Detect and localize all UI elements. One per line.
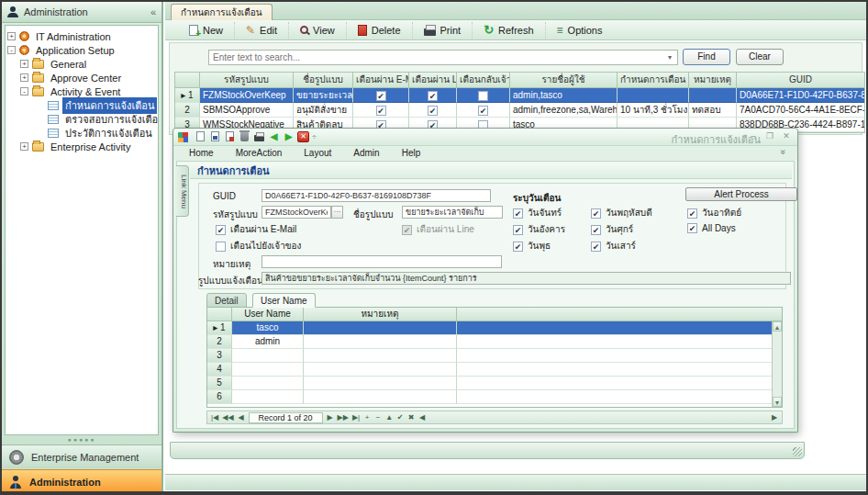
view-button[interactable]: View xyxy=(289,22,347,39)
expander-icon[interactable]: + xyxy=(20,142,28,151)
nav-prev-page-button[interactable]: ◀◀ xyxy=(222,413,233,422)
tree-item-it-administration[interactable]: + IT Administration xyxy=(7,29,156,43)
nav-commit-button[interactable]: ✔ xyxy=(396,413,404,422)
day-tuesday-checkbox[interactable]: ✔ วันอังคาร xyxy=(513,222,565,236)
tab-user-name[interactable]: User Name xyxy=(252,293,316,308)
checkbox[interactable]: ✔ xyxy=(591,242,601,252)
table-row[interactable]: 3 xyxy=(207,349,782,363)
search-input[interactable] xyxy=(208,50,678,65)
save-icon[interactable] xyxy=(209,131,221,142)
minimize-button[interactable]: – xyxy=(747,131,760,141)
delete-record-icon[interactable] xyxy=(239,131,250,142)
expander-icon[interactable]: + xyxy=(20,73,28,82)
checkbox[interactable]: ✔ xyxy=(513,208,523,219)
day-sunday-checkbox[interactable]: ✔ วันอาทิตย์ xyxy=(687,206,741,219)
save-close-icon[interactable] xyxy=(224,131,236,142)
expander-icon[interactable]: + xyxy=(20,60,28,68)
expander-icon[interactable]: + xyxy=(7,32,16,40)
column-header[interactable]: ชื่อรูปแบบ xyxy=(294,73,353,88)
nav-next-page-button[interactable]: ▶▶ xyxy=(338,413,349,422)
note-field[interactable] xyxy=(262,255,502,268)
scroll-down-icon[interactable]: ▼ xyxy=(773,397,782,407)
link-menu-tab[interactable]: Link Menu xyxy=(176,165,189,217)
table-row[interactable]: ▸ 1 FZMStockOverKeep ขยายระยะเวลาจัดเก็บ… xyxy=(175,88,864,103)
checkbox[interactable]: ✔ xyxy=(591,208,601,219)
checkbox[interactable]: ✔ xyxy=(428,91,438,101)
nav-next-button[interactable]: ▶ xyxy=(327,413,334,422)
checkbox[interactable]: ✔ xyxy=(513,242,523,252)
nav-prev-button[interactable]: ◀ xyxy=(238,413,245,422)
tab-alert-schedule[interactable]: กำหนดการแจ้งเตือน xyxy=(171,4,273,20)
options-button[interactable]: ≡ Options xyxy=(546,22,614,39)
nav-button-enterprise-management[interactable]: Enterprise Management xyxy=(2,444,161,468)
pattern-field[interactable] xyxy=(262,272,791,285)
table-row[interactable]: ▸ 1 tasco xyxy=(207,321,782,335)
nav-delete-button[interactable]: − xyxy=(374,413,382,422)
menu-help[interactable]: Help xyxy=(402,148,421,158)
code-field[interactable] xyxy=(262,206,331,219)
day-saturday-checkbox[interactable]: ✔ วันเสาร์ xyxy=(591,239,636,253)
name-field[interactable] xyxy=(402,206,503,219)
nav-button-administration[interactable]: Administration xyxy=(2,469,161,493)
next-record-icon[interactable]: ▶ xyxy=(283,131,295,142)
tree-item-alert-history[interactable]: ประวัติการแจ้งเตือน xyxy=(48,126,156,140)
column-header[interactable]: หมายเหตุ xyxy=(689,73,737,88)
checkbox[interactable]: ✔ xyxy=(687,208,697,219)
nav-edit-button[interactable]: ▲ xyxy=(385,413,393,422)
checkbox[interactable]: ✔ xyxy=(591,225,601,235)
tree-item-general[interactable]: + General xyxy=(20,57,156,71)
checkbox[interactable]: ✔ xyxy=(216,225,226,235)
refresh-button[interactable]: ↻ Refresh xyxy=(473,22,545,39)
table-row[interactable]: 2 SBMSOApprove อนุมัติสั่งขาย ✔ ✔ ✔ admi… xyxy=(175,103,864,118)
table-row[interactable]: 5 xyxy=(207,377,782,390)
checkbox[interactable]: ✔ xyxy=(428,106,438,116)
checkbox[interactable]: ✔ xyxy=(687,223,697,233)
table-row[interactable]: 6 xyxy=(207,390,782,404)
checkbox[interactable]: ✔ xyxy=(478,106,488,116)
checkbox[interactable]: ✔ xyxy=(376,91,386,101)
column-header[interactable]: GUID xyxy=(737,73,864,88)
search-dropdown-icon[interactable]: ▾ xyxy=(664,51,675,63)
ribbon-collapse-icon[interactable]: » xyxy=(779,150,789,155)
delete-button[interactable]: Delete xyxy=(347,22,413,39)
column-header[interactable]: รหัสรูปแบบ xyxy=(200,73,294,88)
maximize-button[interactable]: ❐ xyxy=(763,131,776,141)
nav-scroll-right-icon[interactable]: ▶ xyxy=(771,413,778,422)
alert-process-button[interactable]: Alert Process xyxy=(685,187,797,201)
day-thursday-checkbox[interactable]: ✔ วันพฤหัสบดี xyxy=(591,206,652,219)
table-row[interactable]: 2 admin xyxy=(207,335,782,349)
clear-button[interactable]: Clear xyxy=(736,49,784,65)
checkbox[interactable] xyxy=(216,242,226,252)
menu-layout[interactable]: Layout xyxy=(304,148,331,158)
nav-append-button[interactable]: + xyxy=(363,413,371,422)
column-header[interactable]: กำหนดการเตือน xyxy=(618,73,689,88)
all-days-checkbox[interactable]: ✔ All Days xyxy=(687,222,736,233)
collapse-sidebar-icon[interactable]: « xyxy=(150,6,156,17)
tab-detail[interactable]: Detail xyxy=(206,293,247,308)
nav-first-button[interactable]: |◀ xyxy=(211,413,218,422)
column-header[interactable]: หมายเหตุ xyxy=(304,308,457,321)
new-button[interactable]: + New xyxy=(178,22,235,39)
close-button[interactable]: ✕ xyxy=(780,131,793,141)
expander-icon[interactable]: - xyxy=(20,87,28,96)
column-header[interactable]: เตือนกลับเจ้าของ xyxy=(457,73,510,88)
close-record-icon[interactable]: ✕ xyxy=(297,131,309,142)
tree-item-enterprise-activity[interactable]: + Enterprise Activity xyxy=(20,140,156,153)
vertical-scrollbar[interactable]: ▲ ▼ xyxy=(772,321,782,407)
table-row[interactable]: 4 xyxy=(207,363,782,377)
dialog-titlebar[interactable]: ◀ ▶ ✕ ÷ กำหนดการแจ้งเตือน – ❐ ✕ xyxy=(173,129,797,146)
menu-admin[interactable]: Admin xyxy=(353,148,379,158)
new-record-icon[interactable] xyxy=(195,131,206,142)
browse-button[interactable]: ··· xyxy=(331,206,343,219)
column-header[interactable]: เตือนผ่าน Line xyxy=(409,73,457,88)
nav-scroll-left-icon[interactable]: ◀ xyxy=(418,413,426,422)
column-header[interactable]: รายชื่อผู้ใช้ xyxy=(510,73,618,88)
day-friday-checkbox[interactable]: ✔ วันศุกร์ xyxy=(591,222,633,236)
previous-record-icon[interactable]: ◀ xyxy=(268,131,280,142)
edit-button[interactable]: ✎ Edit xyxy=(235,22,289,39)
day-wednesday-checkbox[interactable]: ✔ วันพุธ xyxy=(513,239,551,253)
guid-field[interactable] xyxy=(262,189,491,202)
sidebar-splitter[interactable]: ●●●●● xyxy=(2,436,161,444)
tree-item-application-setup[interactable]: - Application Setup xyxy=(7,43,156,57)
resize-grip[interactable] xyxy=(793,447,802,456)
